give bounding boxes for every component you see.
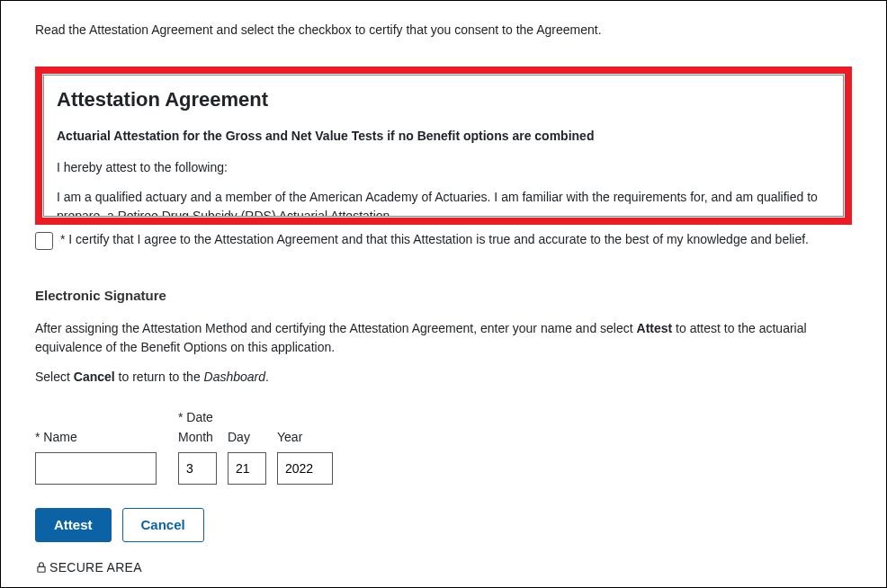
year-input[interactable] (277, 452, 333, 485)
agreement-scroll-box[interactable]: Attestation Agreement Actuarial Attestat… (43, 75, 844, 217)
signature-instruction-2: Select Cancel to return to the Dashboard… (35, 368, 852, 387)
name-field-group: * Name (35, 427, 157, 485)
agreement-p1: I hereby attest to the following: (57, 158, 830, 177)
main-panel: Read the Attestation Agreement and selec… (0, 0, 887, 588)
certify-row: * I certify that I agree to the Attestat… (35, 230, 852, 250)
month-input[interactable] (178, 452, 217, 485)
intro-text: Read the Attestation Agreement and selec… (35, 21, 852, 40)
cancel-button[interactable]: Cancel (122, 508, 204, 542)
svg-rect-0 (38, 566, 45, 572)
agreement-highlight-frame: Attestation Agreement Actuarial Attestat… (35, 67, 852, 225)
signature-fields: * Name * Date Month Day Year (35, 408, 852, 485)
name-label: * Name (35, 427, 157, 447)
secure-area-label: SECURE AREA (49, 558, 142, 577)
agreement-p2: I am a qualified actuary and a member of… (57, 188, 830, 217)
year-label: Year (277, 427, 333, 447)
name-input[interactable] (35, 452, 157, 485)
secure-area: SECURE AREA (35, 558, 852, 577)
date-field-group: * Date Month Day Year (178, 408, 333, 485)
day-label: Day (228, 427, 266, 447)
month-label: Month (178, 427, 217, 447)
signature-instruction-1: After assigning the Attestation Method a… (35, 319, 852, 357)
lock-icon (35, 561, 48, 574)
date-label: * Date (178, 408, 217, 427)
certify-checkbox[interactable] (35, 232, 53, 250)
button-row: Attest Cancel (35, 508, 852, 542)
agreement-subhead: Actuarial Attestation for the Gross and … (57, 127, 830, 146)
certify-label: * I certify that I agree to the Attestat… (60, 230, 809, 249)
agreement-title: Attestation Agreement (57, 85, 830, 114)
signature-heading: Electronic Signature (35, 286, 852, 307)
day-input[interactable] (228, 452, 266, 485)
attest-button[interactable]: Attest (35, 508, 112, 542)
